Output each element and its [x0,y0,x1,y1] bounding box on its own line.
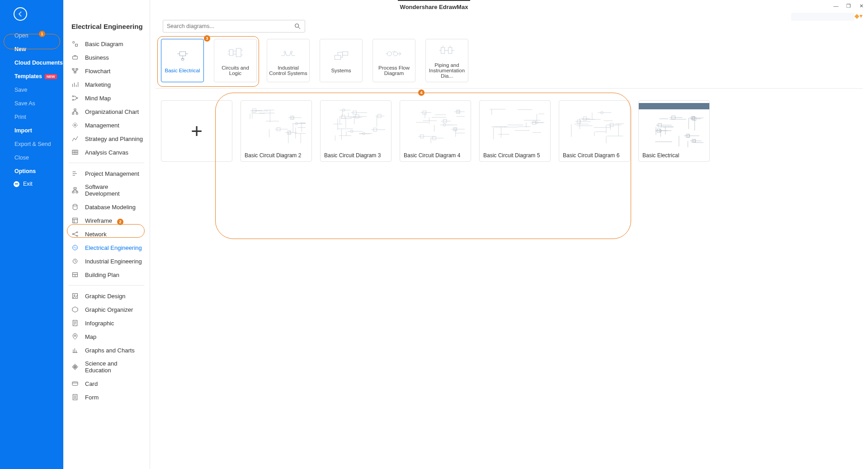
category-project-mgmt[interactable]: Project Management [63,167,150,180]
search-icon[interactable] [294,23,301,30]
category-business[interactable]: Business [63,51,150,64]
subcat-circuits-and-logic[interactable]: Circuits and Logic [214,39,257,82]
map-icon [71,333,79,340]
category-industrial-engineering[interactable]: Industrial Engineering [63,254,150,268]
subcat-label: Circuits and Logic [216,65,255,76]
subcat-basic-electrical[interactable]: Basic Electrical [161,39,204,82]
category-label: Strategy and Planning [85,136,143,142]
svg-point-41 [284,51,286,53]
template-grid: +Basic Circuit Diagram 2Basic Circuit Di… [161,100,857,162]
svg-rect-4 [76,69,78,70]
category-panel: Electrical Engineering Basic DiagramBusi… [63,0,150,469]
category-map[interactable]: Map [63,330,150,343]
template-label: Basic Circuit Diagram 4 [400,150,471,161]
database-modeling-icon [71,203,79,211]
nav-item-close[interactable]: Close [0,151,63,164]
category-org-chart[interactable]: Organizational Chart [63,105,150,118]
svg-rect-10 [72,113,74,114]
subcat-process-flow-diagram[interactable]: Process Flow Diagram [373,39,415,82]
new-badge: NEW [45,74,57,79]
category-form[interactable]: Form [63,390,150,404]
category-network[interactable]: Network [63,227,150,241]
svg-point-35 [295,24,299,28]
category-flowchart[interactable]: Flowchart [63,64,150,78]
category-database-modeling[interactable]: Database Modeling [63,200,150,214]
nav-item-print[interactable]: Print [0,110,63,124]
management-icon [71,122,79,129]
subcat-systems[interactable]: Systems [320,39,363,82]
category-analysis-canvas[interactable]: Analysis Canvas [63,145,150,159]
template-basic-circuit-4[interactable]: Basic Circuit Diagram 4 [400,100,471,162]
category-marketing[interactable]: Marketing [63,78,150,91]
subcat-piping-instrumentation[interactable]: Piping and Instrumentation Dia... [425,39,468,82]
category-mind-map[interactable]: Mind Map [63,91,150,105]
main-panel: Basic ElectricalCircuits and LogicIndust… [150,0,868,469]
svg-rect-48 [448,47,452,53]
subcat-label: Systems [331,68,351,73]
category-wireframe[interactable]: Wireframe [63,214,150,227]
svg-point-26 [74,295,75,296]
template-thumbnail [400,101,471,150]
nav-item-cloud-documents[interactable]: Cloud Documents [0,56,63,70]
blank-template[interactable]: + [161,100,232,162]
svg-rect-39 [229,50,233,56]
template-basic-circuit-3[interactable]: Basic Circuit Diagram 3 [320,100,392,162]
category-label: Analysis Canvas [85,149,128,156]
template-basic-circuit-2[interactable]: Basic Circuit Diagram 2 [241,100,312,162]
category-label: Map [85,333,96,340]
nav-item-label: Close [14,155,29,161]
subcat-industrial-control-systems[interactable]: Industrial Control Systems [267,39,310,82]
category-electrical-engineering[interactable]: Electrical Engineering [63,241,150,254]
annotation-badge-3: 3 [204,35,210,42]
template-thumbnail [559,101,630,150]
nav-item-label: Save [14,87,28,93]
basic-electrical-icon [174,48,192,64]
nav-item-import[interactable]: Import [0,124,63,137]
electrical-engineering-icon [71,244,79,251]
nav-item-save-as[interactable]: Save As [0,97,63,110]
category-label: Graphs and Charts [85,347,135,354]
category-management[interactable]: Management [63,118,150,132]
template-basic-circuit-5[interactable]: Basic Circuit Diagram 5 [479,100,551,162]
category-graphs-charts[interactable]: Graphs and Charts [63,343,150,357]
mind-map-icon [71,94,79,102]
nav-item-options[interactable]: Options [0,164,63,178]
category-graphic-organizer[interactable]: Graphic Organizer [63,303,150,316]
nav-item-export-send[interactable]: Export & Send [0,137,63,151]
search-input[interactable] [167,23,294,29]
template-basic-circuit-6[interactable]: Basic Circuit Diagram 6 [559,100,630,162]
category-building-plan[interactable]: Building Plan [63,268,150,281]
nav-item-templates[interactable]: TemplatesNEW [0,70,63,83]
svg-point-12 [74,124,76,126]
template-basic-electrical-tpl[interactable]: Basic Electrical [638,100,710,162]
category-science-education[interactable]: Science and Education [63,357,150,377]
annotation-badge-4: 4 [418,89,425,96]
piping-instrumentation-icon [438,42,456,59]
category-card[interactable]: Card [63,377,150,390]
nav-item-open[interactable]: Open [0,29,63,42]
category-graphic-design[interactable]: Graphic Design [63,289,150,303]
nav-item-new[interactable]: New [0,42,63,56]
svg-rect-33 [72,382,78,385]
svg-point-29 [74,335,75,336]
category-label: Management [85,122,119,129]
category-label: Wireframe [85,217,112,224]
svg-point-42 [290,51,292,53]
category-infographic[interactable]: Infographic [63,316,150,330]
category-basic-diagram[interactable]: Basic Diagram [63,37,150,51]
building-plan-icon [71,271,79,278]
template-label: Basic Circuit Diagram 5 [480,150,550,161]
category-list[interactable]: Basic DiagramBusinessFlowchartMarketingM… [63,37,150,469]
category-label: Business [85,54,109,61]
nav-item-save[interactable]: Save [0,83,63,97]
graphic-design-icon [71,292,79,300]
search-box[interactable] [163,20,305,33]
category-software-dev[interactable]: Software Development [63,180,150,200]
template-label: Basic Electrical [639,150,709,161]
nav-item-label: Save As [14,100,35,107]
software-dev-icon [71,187,79,194]
nav-item-label: Open [14,33,28,39]
back-button[interactable] [14,7,27,21]
category-strategy-planning[interactable]: Strategy and Planning [63,132,150,145]
exit-item[interactable]: Exit [0,181,63,187]
